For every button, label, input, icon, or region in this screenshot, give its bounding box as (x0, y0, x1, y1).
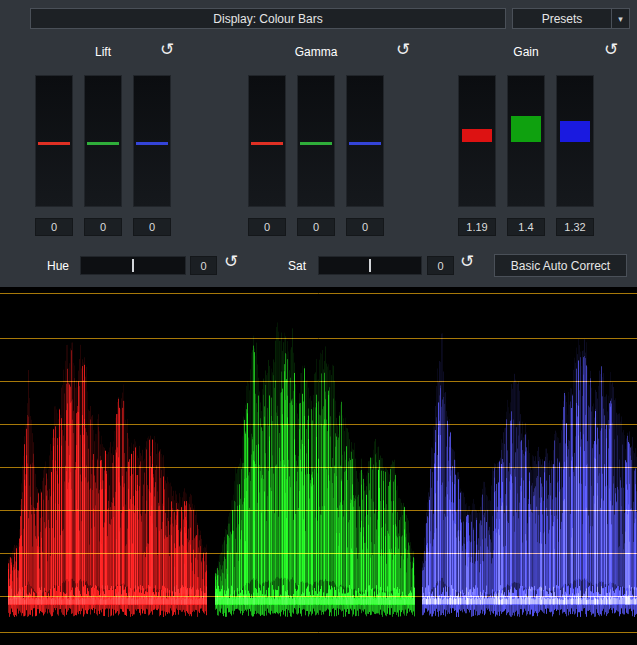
hue-label: Hue (47, 259, 69, 273)
gain-values: 1.19 1.4 1.32 (458, 218, 594, 236)
lift-green-handle[interactable] (87, 142, 119, 145)
lift-red-slider[interactable] (35, 75, 73, 207)
sat-slider[interactable] (318, 256, 422, 275)
gamma-reset-icon[interactable]: ↺ (396, 41, 410, 58)
lift-blue-handle[interactable] (136, 142, 168, 145)
hue-reset-icon[interactable]: ↺ (224, 253, 238, 270)
gamma-group: Gamma ↺ 0 0 0 (248, 0, 384, 240)
gain-green-value: 1.4 (507, 218, 545, 236)
sat-value: 0 (427, 256, 454, 275)
rgb-waveform-scope (0, 287, 637, 645)
gain-red-handle[interactable] (462, 129, 492, 142)
gain-green-handle[interactable] (511, 116, 541, 142)
lift-green-value: 0 (84, 218, 122, 236)
gain-green-slider[interactable] (507, 75, 545, 207)
lift-group: Lift ↺ 0 0 0 (35, 0, 171, 240)
gain-reset-icon[interactable]: ↺ (604, 41, 618, 58)
gain-group: Gain ↺ 1.19 1.4 1.32 (458, 0, 594, 240)
gamma-sliders (248, 75, 384, 207)
gain-red-value: 1.19 (458, 218, 496, 236)
lift-reset-icon[interactable]: ↺ (160, 41, 174, 58)
lift-green-slider[interactable] (84, 75, 122, 207)
sat-reset-icon[interactable]: ↺ (460, 253, 474, 270)
chevron-down-icon: ▾ (612, 14, 629, 24)
hue-value: 0 (190, 256, 217, 275)
lift-sliders (35, 75, 171, 207)
gain-sliders (458, 75, 594, 207)
hue-slider[interactable] (80, 256, 186, 275)
gamma-green-handle[interactable] (300, 142, 332, 145)
gamma-green-value: 0 (297, 218, 335, 236)
gamma-values: 0 0 0 (248, 218, 384, 236)
gamma-blue-value: 0 (346, 218, 384, 236)
colour-correction-panel: Display: Colour Bars Presets ▾ Lift ↺ 0 … (0, 0, 637, 287)
gain-blue-handle[interactable] (560, 121, 590, 142)
gamma-blue-handle[interactable] (349, 142, 381, 145)
gamma-red-handle[interactable] (251, 142, 283, 145)
sat-label: Sat (288, 259, 306, 273)
gamma-green-slider[interactable] (297, 75, 335, 207)
gain-blue-slider[interactable] (556, 75, 594, 207)
gamma-red-slider[interactable] (248, 75, 286, 207)
gain-red-slider[interactable] (458, 75, 496, 207)
lift-blue-slider[interactable] (133, 75, 171, 207)
sat-slider-handle[interactable] (369, 259, 371, 272)
lift-values: 0 0 0 (35, 218, 171, 236)
gamma-blue-slider[interactable] (346, 75, 384, 207)
lift-label: Lift (35, 45, 171, 59)
basic-auto-correct-button[interactable]: Basic Auto Correct (494, 254, 627, 277)
hue-slider-handle[interactable] (132, 259, 134, 272)
lift-red-handle[interactable] (38, 142, 70, 145)
gamma-label: Gamma (248, 45, 384, 59)
gain-blue-value: 1.32 (556, 218, 594, 236)
gain-label: Gain (458, 45, 594, 59)
lift-red-value: 0 (35, 218, 73, 236)
gamma-red-value: 0 (248, 218, 286, 236)
lift-blue-value: 0 (133, 218, 171, 236)
